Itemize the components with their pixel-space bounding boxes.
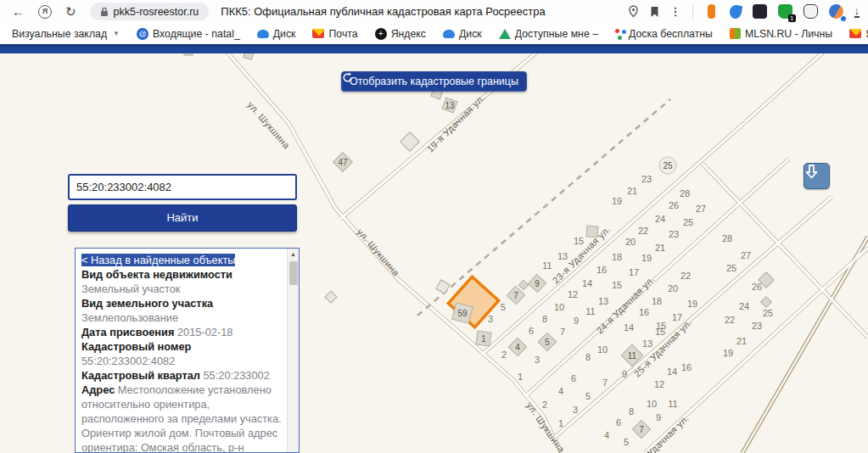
parcel-number[interactable]: 18 [652,296,662,306]
parcel-number[interactable]: 27 [741,250,751,260]
parcel-number[interactable]: 10 [597,344,608,355]
parcel-number[interactable]: 4 [558,386,563,396]
parcel-number[interactable]: 17 [629,267,639,277]
parcel-number[interactable]: 21 [627,186,637,196]
scroll-up-arrow-icon[interactable]: ▲ [288,249,299,260]
browser-menu-icon[interactable]: ⋮ [670,5,681,18]
back-to-results-link[interactable]: < Назад в найденные объекты [81,254,235,266]
bookmark-item[interactable]: Доступные мне – [499,28,598,40]
scrollbar-thumb[interactable] [289,261,298,285]
parcel-number[interactable]: 15 [612,280,622,290]
parcel-number[interactable]: 12 [568,289,578,299]
yandex-browser-icon[interactable]: Я [38,5,52,19]
bookmark-item[interactable]: @Входящие - natal_ [137,28,240,40]
parcel-number[interactable]: 8 [629,406,634,417]
parcel-number[interactable]: 6 [616,417,621,428]
parcel-number[interactable]: 15 [655,327,665,337]
parcel-number[interactable]: 28 [722,233,732,243]
parcel-number[interactable]: 28 [680,188,690,199]
parcel-number[interactable]: 1 [518,372,523,382]
share-location-icon[interactable] [628,5,639,18]
parcel-number[interactable]: 4 [604,430,609,440]
show-cadastral-borders-button[interactable]: Отобразить кадастровые границы [341,71,527,92]
parcel-number[interactable]: 24 [655,214,665,224]
parcel-number[interactable]: 25 [763,308,773,318]
parcel-number[interactable]: 19 [723,348,733,358]
parcel-number[interactable]: 22 [725,315,735,325]
parcel-number[interactable]: 23 [752,321,762,331]
parcel-number[interactable]: 19 [641,253,652,263]
bookmark-item[interactable]: Диск [443,28,482,40]
parcel-number[interactable]: 8 [585,352,591,362]
cadastral-search-input[interactable] [68,174,297,200]
extension-feather-icon[interactable] [728,3,742,19]
parcel-number[interactable]: 19 [612,196,622,206]
parcel-number[interactable]: 26 [669,200,679,210]
parcel-number[interactable]: 20 [668,283,678,294]
parcel-number[interactable]: 9 [574,316,579,326]
parcel-number[interactable]: 2 [501,350,507,360]
parcel-number[interactable]: 11 [668,399,677,409]
map-download-button[interactable] [804,163,830,189]
parcel-number[interactable]: 5 [585,391,591,401]
parcel-number[interactable]: 18 [612,252,622,262]
bookmark-item[interactable]: MLSN.RU - Личны [730,28,832,40]
parcel-number[interactable]: 6 [571,373,576,383]
parcel-number[interactable]: 13 [642,338,652,349]
parcel-number[interactable]: 5 [501,302,506,312]
bookmark-item[interactable]: Доска бесплатны [615,28,713,40]
parcel-number[interactable]: 7 [560,327,565,337]
bookmark-flag-icon[interactable] [650,6,659,18]
parcel-number[interactable]: 23 [669,229,679,239]
extension-checker-icon[interactable] [829,4,843,19]
parcel-number[interactable]: 3 [488,314,493,324]
downloads-icon[interactable]: ↓ [854,5,860,18]
parcel-number[interactable]: 11 [585,306,595,316]
parcel-number[interactable]: 6 [529,326,534,336]
parcel-number[interactable]: 21 [655,243,665,253]
parcel-number[interactable]: 27 [696,204,706,214]
parcel-number[interactable]: 17 [672,312,682,322]
reload-button[interactable]: ↻ [65,4,76,20]
bookmark-item[interactable]: Яндекс.Почт [849,28,868,40]
extension-marker-icon[interactable] [708,4,715,19]
parcel-number[interactable]: 16 [681,362,692,372]
extension-dark-icon[interactable] [753,4,767,19]
extension-shield-icon[interactable]: 1 [778,4,792,19]
parcel-number[interactable]: 25 [726,263,736,273]
bookmark-item[interactable]: Диск [257,28,296,40]
parcel-number[interactable]: 14 [582,278,592,288]
parcel-number[interactable]: 16 [596,265,607,275]
bookmark-item[interactable]: Визуальные заклад▼ [12,28,120,40]
parcel-number[interactable]: 3 [573,405,578,415]
parcel-number[interactable]: 2 [542,400,547,410]
parcel-number[interactable]: 1 [558,418,563,428]
bookmark-item[interactable]: Почта [312,28,357,40]
parcel-number[interactable]: 10 [647,399,657,409]
parcel-number[interactable]: 24 [739,301,749,311]
parcel-number[interactable]: 11 [542,260,552,271]
parcel-number[interactable]: 23 [641,174,652,184]
parcel-number[interactable]: 7 [602,378,608,388]
parcel-number[interactable]: 5 [624,437,629,447]
parcel-number[interactable]: 25 [683,217,693,227]
parcel-number[interactable]: 10 [554,302,564,312]
parcel-number[interactable]: 15 [574,236,584,246]
address-bar[interactable]: pkk5-rosreestor.ru [90,3,210,20]
parcel-number[interactable]: 3 [535,355,540,365]
parcel-number[interactable]: 13 [557,251,568,261]
parcel-number[interactable]: 12 [654,379,664,389]
parcel-number[interactable]: 13 [598,296,608,306]
info-scrollbar[interactable]: ▲ [287,249,299,452]
find-button[interactable]: Найти [68,204,297,232]
parcel-number[interactable]: 21 [736,336,747,346]
parcel-number[interactable]: 22 [680,271,691,281]
parcel-number[interactable]: 9 [656,412,661,422]
extension-paw-icon[interactable] [804,4,818,19]
parcel-number[interactable]: 22 [638,226,648,236]
parcel-number[interactable]: 26 [752,282,762,292]
bookmark-item[interactable]: +Яндекс [375,28,426,40]
parcel-number[interactable]: 14 [624,322,634,333]
parcel-number[interactable]: 14 [667,366,677,377]
back-button[interactable]: ← [12,4,25,19]
